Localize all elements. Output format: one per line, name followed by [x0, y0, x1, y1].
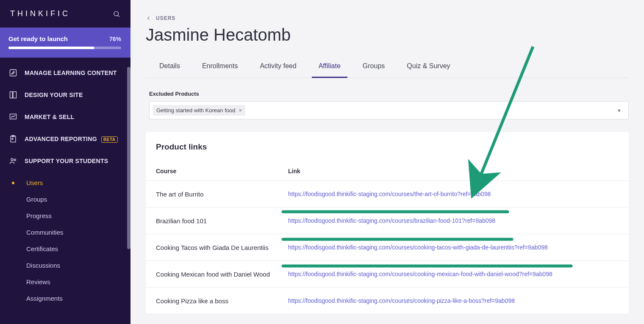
sidebar-item-support-students[interactable]: SUPPORT YOUR STUDENTS — [0, 150, 130, 172]
edit-square-icon — [8, 69, 18, 77]
cell-course: Cooking Pizza like a boss — [156, 297, 288, 305]
sidebar-scrollbar[interactable] — [127, 67, 130, 324]
sidebar-sub-assignments[interactable]: Assignments — [0, 290, 130, 307]
svg-point-10 — [14, 159, 16, 161]
chip-label: Getting started with Korean food — [156, 107, 235, 114]
launch-progress-band[interactable]: Get ready to launch 76% — [0, 28, 130, 58]
sidebar-item-label: DESIGN YOUR SITE — [25, 91, 83, 98]
tab-quiz-survey[interactable]: Quiz & Survey — [405, 56, 452, 78]
layout-icon — [8, 91, 18, 99]
product-link[interactable]: https://foodisgood.thinkific-staging.com… — [288, 271, 552, 277]
sidebar-sub-users[interactable]: Users — [0, 174, 130, 191]
chevron-down-icon[interactable]: ▼ — [617, 108, 625, 113]
tab-groups[interactable]: Groups — [361, 56, 386, 78]
main-content: USERS Jasmine Hecatomb Details Enrollmen… — [130, 0, 644, 324]
cell-course: Cooking Mexican food with Daniel Wood — [156, 271, 288, 278]
launch-progress-track — [8, 47, 121, 49]
sidebar-nav: MANAGE LEARNING CONTENT DESIGN YOUR SITE… — [0, 58, 130, 324]
chart-icon — [8, 113, 18, 121]
brand-logo: THINKIFIC — [10, 9, 70, 18]
sidebar-sub-discussions[interactable]: Discussions — [0, 257, 130, 274]
sidebar-item-market-sell[interactable]: MARKET & SELL — [0, 106, 130, 128]
svg-rect-4 — [13, 92, 17, 98]
excluded-product-chip: Getting started with Korean food × — [153, 105, 245, 116]
sidebar-sub-certificates[interactable]: Certificates — [0, 241, 130, 257]
sidebar-sub-communities[interactable]: Communities — [0, 224, 130, 241]
tab-affiliate[interactable]: Affiliate — [317, 56, 342, 78]
sidebar-item-label: ADVANCED REPORTING BETA — [25, 136, 118, 142]
cell-course: The art of Burrito — [156, 191, 288, 198]
sidebar-item-label: MARKET & SELL — [25, 114, 74, 120]
product-link[interactable]: https://foodisgood.thinkific-staging.com… — [288, 244, 548, 251]
sidebar-item-manage-learning[interactable]: MANAGE LEARNING CONTENT — [0, 62, 130, 84]
table-row: The art of Burrito https://foodisgood.th… — [146, 181, 629, 208]
people-icon — [8, 157, 18, 165]
table-header: Course Link — [146, 160, 629, 181]
sidebar: THINKIFIC Get ready to launch 76% MANAGE… — [0, 0, 130, 324]
tab-enrollments[interactable]: Enrollments — [200, 56, 239, 78]
chip-remove-icon[interactable]: × — [239, 107, 242, 114]
launch-percent: 76% — [109, 36, 121, 42]
svg-point-9 — [11, 158, 13, 161]
sidebar-header: THINKIFIC — [0, 0, 130, 28]
svg-point-8 — [12, 138, 13, 139]
svg-rect-2 — [10, 70, 17, 76]
svg-rect-3 — [10, 92, 13, 98]
tab-activity-feed[interactable]: Activity feed — [258, 56, 298, 78]
cell-course: Brazilian food 101 — [156, 217, 288, 224]
tab-details[interactable]: Details — [158, 56, 182, 78]
table-row: Cooking Mexican food with Daniel Wood ht… — [146, 261, 629, 288]
product-link[interactable]: https://foodisgood.thinkific-staging.com… — [288, 217, 495, 224]
launch-progress-fill — [8, 47, 94, 49]
sidebar-sub-reviews[interactable]: Reviews — [0, 274, 130, 290]
product-links-title: Product links — [146, 132, 629, 160]
breadcrumb[interactable]: USERS — [146, 15, 629, 21]
table-row: Cooking Pizza like a boss https://foodis… — [146, 288, 629, 314]
beta-badge: BETA — [101, 136, 117, 143]
sidebar-item-label: SUPPORT YOUR STUDENTS — [25, 158, 108, 164]
excluded-products-select[interactable]: Getting started with Korean food × ▼ — [149, 101, 629, 119]
clipboard-icon — [8, 135, 18, 143]
table-row: Brazilian food 101 https://foodisgood.th… — [146, 208, 629, 234]
table-row: Cooking Tacos with Giada De Laurentiis h… — [146, 234, 629, 261]
svg-point-0 — [114, 11, 119, 16]
svg-line-1 — [118, 15, 119, 17]
sidebar-subnav: Users Groups Progress Communities Certif… — [0, 172, 130, 311]
excluded-products-label: Excluded Products — [149, 91, 629, 97]
sidebar-sub-progress[interactable]: Progress — [0, 208, 130, 224]
tabs: Details Enrollments Activity feed Affili… — [146, 56, 629, 78]
sidebar-item-design-site[interactable]: DESIGN YOUR SITE — [0, 84, 130, 106]
sidebar-item-advanced-reporting[interactable]: ADVANCED REPORTING BETA — [0, 128, 130, 150]
breadcrumb-label: USERS — [156, 15, 175, 21]
search-icon[interactable] — [113, 10, 120, 18]
cell-course: Cooking Tacos with Giada De Laurentiis — [156, 244, 288, 251]
launch-label: Get ready to launch — [8, 35, 68, 42]
page-title: Jasmine Hecatomb — [146, 25, 629, 44]
column-header-course: Course — [156, 168, 288, 174]
sidebar-scroll-thumb[interactable] — [127, 67, 130, 249]
arrow-left-icon — [146, 15, 152, 21]
column-header-link: Link — [288, 168, 619, 174]
product-link[interactable]: https://foodisgood.thinkific-staging.com… — [288, 297, 515, 304]
product-link[interactable]: https://foodisgood.thinkific-staging.com… — [288, 191, 491, 197]
product-links-card: Product links Course Link The art of Bur… — [146, 132, 629, 314]
sidebar-item-label: MANAGE LEARNING CONTENT — [25, 69, 117, 77]
sidebar-sub-groups[interactable]: Groups — [0, 191, 130, 208]
